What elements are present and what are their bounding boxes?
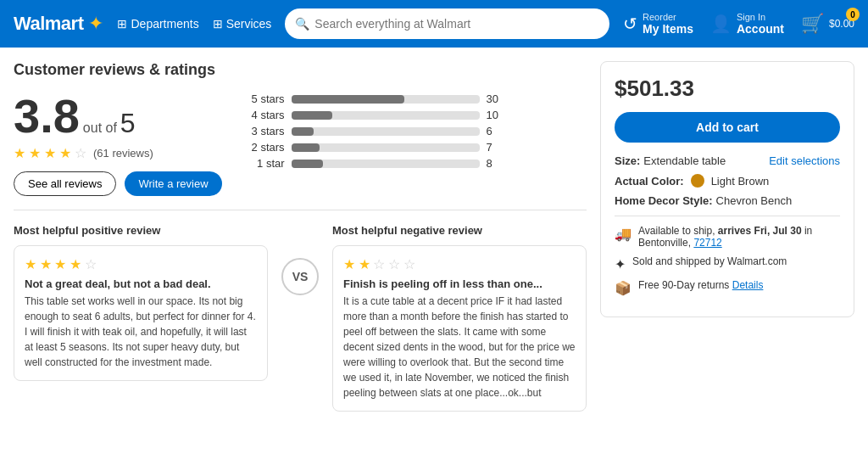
section-title: Customer reviews & ratings xyxy=(14,61,587,79)
services-label: Services xyxy=(226,17,272,31)
vs-badge: VS xyxy=(281,258,319,295)
departments-label: Departments xyxy=(131,17,198,31)
neg-star-3: ☆ xyxy=(373,257,385,272)
positive-review-card: ★ ★ ★ ★ ☆ Not a great deal, but not a ba… xyxy=(14,245,268,381)
style-label: Home Decor Style: xyxy=(615,194,713,207)
zip-link[interactable]: 72712 xyxy=(693,237,721,249)
negative-review-headline: Finish is peeling off in less than one..… xyxy=(343,277,576,290)
see-all-reviews-button[interactable]: See all reviews xyxy=(14,171,116,196)
spark-icon: ✦ xyxy=(88,13,103,35)
services-link[interactable]: ⊞ Services xyxy=(213,17,272,31)
bar-count: 6 xyxy=(487,125,504,137)
grid-icon: ⊞ xyxy=(117,17,127,31)
bar-label: 3 stars xyxy=(249,125,285,137)
sold-by-row: ✦ Sold and shipped by Walmart.com xyxy=(615,255,840,272)
negative-review-title: Most helpful negative review xyxy=(332,224,587,237)
negative-review-col: Most helpful negative review ★ ★ ☆ ☆ ☆ F… xyxy=(332,224,587,412)
services-icon: ⊞ xyxy=(213,17,223,31)
cart-badge: 0 xyxy=(846,8,860,21)
shipping-row: 🚚 Available to ship, arrives Fri, Jul 30… xyxy=(615,225,840,249)
neg-star-4: ☆ xyxy=(388,257,400,272)
helpful-reviews: Most helpful positive review ★ ★ ★ ★ ☆ N… xyxy=(14,224,587,412)
bar-fill xyxy=(292,111,333,120)
big-rating: 3.8 out of 5 xyxy=(14,92,222,140)
color-swatch xyxy=(691,174,704,188)
reorder-action[interactable]: ↺ Reorder My Items xyxy=(623,12,693,36)
bar-label: 2 stars xyxy=(249,141,285,154)
search-icon: 🔍 xyxy=(295,17,309,31)
add-to-cart-button[interactable]: Add to cart xyxy=(615,112,840,143)
bar-fill xyxy=(292,127,314,136)
big-rating-block: 3.8 out of 5 ★ ★ ★ ★ ☆ (61 reviews) See … xyxy=(14,92,222,196)
cart-action[interactable]: 🛒 0 $0.00 xyxy=(801,13,854,35)
bar-row: 5 stars 30 xyxy=(249,92,504,105)
bar-count: 8 xyxy=(487,157,504,170)
color-name: Light Brown xyxy=(711,175,770,188)
neg-star-5: ☆ xyxy=(403,257,415,272)
signin-action[interactable]: 👤 Sign In Account xyxy=(710,12,784,36)
stars-row: ★ ★ ★ ★ ☆ (61 reviews) xyxy=(14,145,222,161)
star-3: ★ xyxy=(44,145,56,161)
negative-review-stars: ★ ★ ☆ ☆ ☆ xyxy=(343,256,576,272)
logo-text: Walmart xyxy=(14,13,83,35)
bar-label: 1 star xyxy=(249,157,285,170)
positive-review-title: Most helpful positive review xyxy=(14,224,268,237)
color-row: Actual Color: Light Brown xyxy=(615,174,840,188)
departments-link[interactable]: ⊞ Departments xyxy=(117,17,198,31)
bar-row: 3 stars 6 xyxy=(249,125,504,137)
out-of-5: 5 xyxy=(120,108,136,138)
returns-icon: 📦 xyxy=(615,280,632,296)
cart-icon: 🛒 xyxy=(801,13,824,35)
star-2: ★ xyxy=(29,145,41,161)
walmart-logo[interactable]: Walmart ✦ xyxy=(14,13,103,35)
returns-label: Free 90-Day returns xyxy=(638,279,729,291)
reorder-icon: ↺ xyxy=(623,14,637,34)
positive-review-col: Most helpful positive review ★ ★ ★ ★ ☆ N… xyxy=(14,224,268,381)
star-4: ★ xyxy=(59,145,71,161)
size-label: Size: xyxy=(615,154,640,167)
neg-star-2: ★ xyxy=(359,257,370,272)
bar-track xyxy=(292,143,480,152)
bar-fill xyxy=(292,160,324,168)
size-value: Extendable table xyxy=(643,154,726,167)
size-row: Size: Extendable table Edit selections xyxy=(615,154,840,167)
returns-text: Free 90-Day returns Details xyxy=(638,279,763,291)
bar-track xyxy=(292,111,480,120)
search-input[interactable] xyxy=(314,17,599,31)
reviews-count: (61 reviews) xyxy=(93,147,153,160)
account-label: Account xyxy=(737,22,784,36)
reorder-label: Reorder xyxy=(643,12,693,22)
star-1: ★ xyxy=(14,145,25,161)
pos-star-5: ☆ xyxy=(85,257,97,272)
big-number: 3.8 xyxy=(14,92,80,140)
review-actions: See all reviews Write a review xyxy=(14,171,222,196)
my-items-label: My Items xyxy=(643,22,693,36)
nav-actions: ↺ Reorder My Items 👤 Sign In Account 🛒 0… xyxy=(623,12,854,36)
person-icon: 👤 xyxy=(710,14,732,34)
bar-fill xyxy=(292,95,404,104)
neg-star-1: ★ xyxy=(343,257,355,272)
edit-selections-link[interactable]: Edit selections xyxy=(769,154,840,167)
bar-count: 30 xyxy=(487,92,504,105)
pos-star-1: ★ xyxy=(25,257,36,272)
bar-track xyxy=(292,127,480,136)
star-5: ☆ xyxy=(75,145,86,161)
pos-star-4: ★ xyxy=(70,257,81,272)
out-of-text: out of xyxy=(83,120,117,135)
bar-label: 4 stars xyxy=(249,109,285,121)
panel-divider xyxy=(615,216,840,216)
style-value: Chevron Bench xyxy=(716,194,793,207)
product-panel: $501.33 Add to cart Size: Extendable tab… xyxy=(600,61,854,317)
product-price: $501.33 xyxy=(615,76,840,102)
bar-row: 4 stars 10 xyxy=(249,109,504,121)
search-bar: 🔍 xyxy=(285,8,609,39)
returns-row: 📦 Free 90-Day returns Details xyxy=(615,279,840,296)
seller-icon: ✦ xyxy=(615,256,626,272)
write-review-button[interactable]: Write a review xyxy=(125,171,221,196)
shipping-text: Available to ship, arrives Fri, Jul 30 i… xyxy=(638,225,840,249)
returns-details-link[interactable]: Details xyxy=(732,279,764,291)
navbar: Walmart ✦ ⊞ Departments ⊞ Services 🔍 ↺ R… xyxy=(0,0,868,48)
positive-review-body: This table set works well in our space. … xyxy=(25,294,257,370)
bar-label: 5 stars xyxy=(249,92,285,105)
pos-star-3: ★ xyxy=(54,257,66,272)
